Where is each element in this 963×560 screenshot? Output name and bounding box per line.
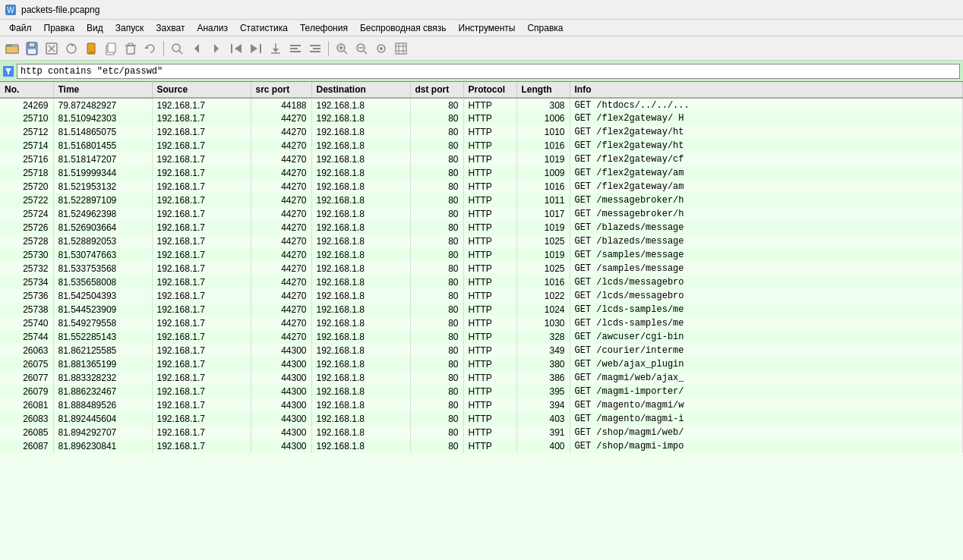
col-header-time[interactable]: Time [53, 82, 152, 98]
svg-rect-35 [313, 48, 320, 49]
table-row[interactable]: 2608381.892445604192.168.1.744300192.168… [0, 412, 963, 426]
table-header-row: No. Time Source src port Destination dst… [0, 82, 963, 98]
toolbar-save-btn[interactable] [23, 39, 41, 58]
svg-rect-34 [310, 45, 320, 46]
filter-indicator [3, 66, 14, 77]
toolbar [0, 36, 963, 61]
table-row[interactable]: 2607981.886232467192.168.1.744300192.168… [0, 385, 963, 398]
table-row[interactable]: 2571281.514865075192.168.1.744270192.168… [0, 125, 963, 139]
table-row[interactable]: 2573481.535658008192.168.1.744270192.168… [0, 275, 963, 289]
svg-marker-23 [214, 44, 219, 53]
table-row[interactable]: 2572481.524962398192.168.1.744270192.168… [0, 207, 963, 221]
svg-line-42 [364, 51, 367, 54]
table-row[interactable]: 2574481.552285143192.168.1.744270192.168… [0, 330, 963, 344]
toolbar-open-btn[interactable] [3, 39, 21, 58]
toolbar-zoom-fit-btn[interactable] [372, 39, 390, 58]
table-row[interactable]: 2608181.888489526192.168.1.744300192.168… [0, 398, 963, 412]
toolbar-grid-btn[interactable] [392, 39, 410, 58]
toolbar-download-btn[interactable] [267, 39, 285, 58]
packet-table: No. Time Source src port Destination dst… [0, 82, 963, 453]
filter-bar [0, 61, 963, 82]
menu-item-tools[interactable]: Инструменты [453, 21, 522, 35]
table-row[interactable]: 2571681.518147207192.168.1.744270192.168… [0, 153, 963, 166]
svg-rect-4 [6, 46, 18, 53]
menu-item-file[interactable]: Файл [3, 21, 38, 35]
table-row[interactable]: 2608581.894292707192.168.1.744300192.168… [0, 426, 963, 439]
table-row[interactable]: 2571081.510942303192.168.1.744270192.168… [0, 112, 963, 125]
title-bar: W packets-file.pcapng [0, 0, 963, 20]
svg-rect-6 [29, 42, 35, 47]
col-header-no[interactable]: No. [0, 82, 53, 98]
svg-rect-33 [290, 51, 301, 52]
svg-marker-22 [194, 44, 199, 53]
toolbar-jump-start-btn[interactable] [227, 39, 245, 58]
svg-marker-27 [251, 44, 257, 53]
svg-rect-16 [127, 46, 134, 54]
toolbar-next-btn[interactable] [207, 39, 226, 58]
table-row[interactable]: 2607581.881365199192.168.1.744300192.168… [0, 357, 963, 371]
svg-line-38 [344, 51, 347, 54]
table-row[interactable]: 2573681.542504393192.168.1.744270192.168… [0, 289, 963, 303]
table-row[interactable]: 2572281.522897109192.168.1.744270192.168… [0, 193, 963, 207]
menu-item-analyze[interactable]: Анализ [191, 21, 234, 35]
col-header-protocol[interactable]: Protocol [463, 82, 516, 98]
toolbar-sep-2 [328, 41, 329, 56]
svg-marker-29 [273, 49, 279, 52]
menu-item-view[interactable]: Вид [81, 21, 109, 35]
table-row[interactable]: 2574081.549279558192.168.1.744270192.168… [0, 316, 963, 330]
window-title: packets-file.pcapng [21, 5, 99, 15]
menu-item-edit[interactable]: Правка [38, 21, 81, 35]
svg-rect-36 [310, 51, 320, 52]
table-row[interactable]: 2573081.530747663192.168.1.744270192.168… [0, 248, 963, 262]
svg-text:W: W [7, 6, 14, 14]
menu-item-statistics[interactable]: Статистика [234, 21, 294, 35]
table-row[interactable]: 2571481.516801455192.168.1.744270192.168… [0, 139, 963, 153]
toolbar-prev-btn[interactable] [188, 39, 206, 58]
table-row[interactable]: 2571881.519999344192.168.1.744270192.168… [0, 166, 963, 180]
svg-rect-15 [108, 43, 115, 52]
toolbar-reload-btn[interactable] [62, 39, 81, 58]
col-header-dstport[interactable]: dst port [410, 82, 463, 98]
menu-item-capture[interactable]: Захват [150, 21, 191, 35]
svg-rect-32 [290, 48, 298, 49]
filter-input[interactable] [17, 64, 960, 79]
table-row[interactable]: 2573881.544523909192.168.1.744270192.168… [0, 303, 963, 316]
table-row[interactable]: 2572681.526903664192.168.1.744270192.168… [0, 221, 963, 234]
packet-table-container: No. Time Source src port Destination dst… [0, 82, 963, 560]
table-row[interactable]: 2426979.872482927192.168.1.744188192.168… [0, 98, 963, 112]
col-header-source[interactable]: Source [152, 82, 251, 98]
toolbar-align-left-btn[interactable] [286, 39, 305, 58]
table-row[interactable]: 2572081.521953132192.168.1.744270192.168… [0, 180, 963, 193]
table-row[interactable]: 2607781.883328232192.168.1.744300192.168… [0, 371, 963, 385]
table-row[interactable]: 2572881.528892053192.168.1.744270192.168… [0, 234, 963, 248]
menu-item-run[interactable]: Запуск [109, 21, 150, 35]
toolbar-align-right-btn[interactable] [306, 39, 324, 58]
col-header-info[interactable]: Info [570, 82, 963, 98]
toolbar-refresh-btn[interactable] [141, 39, 159, 58]
toolbar-bookmark-btn[interactable] [82, 39, 100, 58]
table-row[interactable]: 2606381.862125585192.168.1.744300192.168… [0, 344, 963, 357]
toolbar-zoom-in-btn[interactable] [333, 39, 351, 58]
toolbar-jump-end-btn[interactable] [247, 39, 265, 58]
col-header-length[interactable]: Length [516, 82, 570, 98]
svg-marker-19 [144, 46, 149, 49]
toolbar-close-file-btn[interactable] [43, 39, 61, 58]
svg-rect-18 [128, 43, 133, 46]
table-row[interactable]: 2573281.533753568192.168.1.744270192.168… [0, 262, 963, 275]
svg-point-45 [380, 47, 383, 50]
toolbar-zoom-out-btn[interactable] [352, 39, 371, 58]
table-row[interactable]: 2608781.896230841192.168.1.744300192.168… [0, 439, 963, 453]
packet-tbody: 2426979.872482927192.168.1.744188192.168… [0, 98, 963, 453]
toolbar-search-btn[interactable] [168, 39, 186, 58]
svg-rect-31 [290, 45, 301, 46]
svg-rect-7 [28, 49, 36, 54]
svg-marker-25 [235, 44, 242, 53]
menu-item-wireless[interactable]: Беспроводная связь [354, 21, 453, 35]
col-header-srcport[interactable]: src port [251, 82, 311, 98]
toolbar-copy-btn[interactable] [102, 39, 120, 58]
menu-item-telephony[interactable]: Телефония [294, 21, 354, 35]
menu-item-help[interactable]: Справка [521, 21, 569, 35]
toolbar-delete-btn[interactable] [122, 39, 140, 58]
col-header-destination[interactable]: Destination [311, 82, 410, 98]
svg-point-20 [172, 44, 180, 52]
